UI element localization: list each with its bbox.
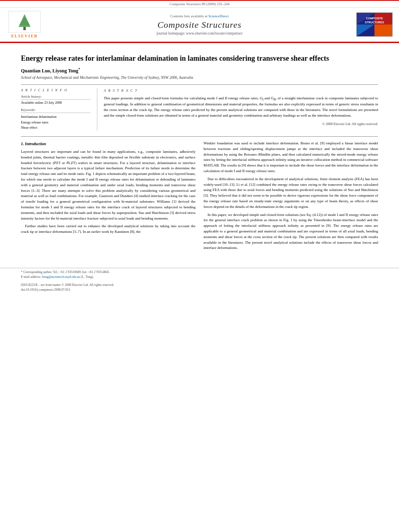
- keyword-2: Energy release rates: [21, 120, 90, 125]
- article-affiliation: School of Aerospace, Mechanical and Mech…: [21, 76, 378, 80]
- svg-marker-2: [19, 16, 30, 25]
- issn-line: 0263-8223/$ – see front matter © 2008 El…: [21, 283, 378, 292]
- issn-text: 0263-8223/$ – see front matter © 2008 El…: [21, 283, 378, 288]
- svg-marker-7: [374, 25, 392, 36]
- author-names: Quantian Luo, Liyong Tong: [21, 68, 78, 74]
- abstract-col: A B S T R A C T This paper presents simp…: [97, 88, 378, 131]
- corresponding-author-note: * Corresponding author. Tel.: +61 2 9351…: [21, 270, 110, 274]
- article-meta-row: A R T I C L E I N F O Article history: A…: [21, 84, 378, 131]
- page-footer: * Corresponding author. Tel.: +61 2 9351…: [0, 268, 399, 294]
- journal-banner: ELSEVIER Contents lists available at Sci…: [0, 8, 399, 42]
- article-history-label: Article history:: [21, 94, 90, 100]
- journal-homepage: journal homepage: www.elsevier.com/locat…: [43, 31, 356, 35]
- article-content: Energy release rates for interlaminar de…: [0, 43, 399, 261]
- svg-text:STRUCTURES: STRUCTURES: [365, 21, 384, 24]
- article-available-online: Available online 23 July 2008: [21, 101, 90, 105]
- intro-para-1: Layered structures are important and can…: [21, 149, 195, 221]
- composite-structures-logo: COMPOSITE STRUCTURES: [356, 12, 393, 37]
- intro-para-2: Further studies have been carried out to…: [21, 224, 195, 235]
- body-col-right: Winkler foundation was used to include i…: [204, 141, 378, 253]
- abstract-copyright: © 2008 Elsevier Ltd. All rights reserved…: [104, 121, 378, 126]
- article-info-label: A R T I C L E I N F O: [21, 88, 90, 92]
- journal-top-bar: Composite Structures 89 (2009) 235–244: [0, 1, 399, 8]
- abstract-text: This paper presents simple and closed-fo…: [104, 96, 378, 119]
- elsevier-tree-logo: [8, 11, 41, 33]
- article-title: Energy release rates for interlaminar de…: [21, 53, 378, 63]
- intro-para-4: Due to difficulties encountered in the d…: [204, 177, 378, 210]
- contents-label: Contents lists available at: [171, 14, 208, 18]
- email-name: (L. Tong).: [80, 275, 94, 279]
- intro-para-5: In this paper, we developed simple and c…: [204, 212, 378, 251]
- doi-line: Composite Structures 89 (2009) 235–244: [170, 2, 230, 6]
- svg-text:COMPOSITE: COMPOSITE: [366, 17, 383, 20]
- email-address[interactable]: ltong@aeromech.usyd.edu.au: [42, 275, 80, 279]
- article-authors: Quantian Luo, Liyong Tong*: [21, 67, 378, 74]
- journal-title: Composite Structures: [43, 20, 356, 30]
- footnote-email: E-mail address: ltong@aeromech.usyd.edu.…: [21, 275, 378, 279]
- abstract-label: A B S T R A C T: [104, 88, 378, 93]
- elsevier-logo: ELSEVIER: [6, 11, 43, 38]
- body-section: 1. Introduction Layered structures are i…: [21, 136, 378, 253]
- author-star: *: [78, 67, 80, 71]
- journal-name-block: Contents lists available at ScienceDirec…: [43, 14, 356, 35]
- journal-header: Composite Structures 89 (2009) 235–244 E…: [0, 0, 399, 42]
- intro-para-3: Winkler foundation was used to include i…: [204, 141, 378, 174]
- keywords-label: Keywords:: [21, 108, 90, 113]
- email-label: E-mail address:: [21, 275, 42, 279]
- section-heading: 1. Introduction: [21, 141, 195, 147]
- footnote-corresponding: * Corresponding author. Tel.: +61 2 9351…: [21, 270, 378, 275]
- keyword-1: Interlaminar delamination: [21, 114, 90, 120]
- article-info-col: A R T I C L E I N F O Article history: A…: [21, 88, 97, 131]
- keyword-3: Shear effect: [21, 125, 90, 131]
- doi-text: doi:10.1016/j.compstruct.2008.07.015: [21, 288, 378, 292]
- elsevier-name: ELSEVIER: [11, 34, 38, 38]
- keywords-list: Interlaminar delamination Energy release…: [21, 114, 90, 131]
- body-col-left: 1. Introduction Layered structures are i…: [21, 141, 195, 253]
- sciencedirect-link[interactable]: ScienceDirect: [208, 14, 228, 18]
